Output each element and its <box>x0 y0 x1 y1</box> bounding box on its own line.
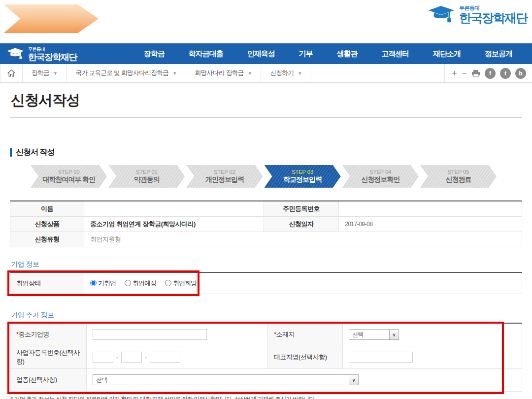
chevron-down-icon: ▼ <box>248 71 252 76</box>
rrn-label: 주민등록번호 <box>264 201 339 216</box>
company-extra-title: 기업 추가 정보 <box>11 311 522 320</box>
chevron-down-icon: ▼ <box>53 71 57 76</box>
employment-status-radio-group: 기취업 취업예정 취업희망 <box>90 279 516 288</box>
section-title: 신청서 작성 <box>16 147 54 158</box>
brand-name: 한국장학재단 <box>459 12 527 24</box>
breadcrumb-item-apply[interactable]: 신청하기▼ <box>261 64 311 82</box>
breadcrumb-item-workstudy[interactable]: 국가 교육근로 및 희망사다리장학금▼ <box>66 64 186 82</box>
radio-employment-planned-input[interactable] <box>125 280 131 286</box>
radio-employment-hoped-input[interactable] <box>165 280 171 286</box>
radio-employment-planned[interactable]: 취업예정 <box>125 279 156 288</box>
company-extra-table: *중소기업명 *소재지 선택 ∨ 사업자등록번호(선택사항) -- <box>10 323 522 392</box>
applicant-info-table: 이름 주민등록번호 신청상품 중소기업 취업연계 장학금(희망사다리) 신청일자… <box>10 200 522 247</box>
site-logo[interactable]: 푸른등대 한국장학재단 <box>429 4 527 25</box>
industry-label: 업종(선택사항) <box>10 368 87 391</box>
section-accent-bar <box>10 148 12 157</box>
ceo-name-label: 대표자명(선택사항) <box>268 346 343 368</box>
nav-item-disclosure[interactable]: 정보공개 <box>485 49 512 59</box>
business-number-label: 사업자등록번호(선택사항) <box>10 346 87 368</box>
step-05: STEP 05 신청완료 <box>420 165 497 188</box>
product-value: 중소기업 취업연계 장학금(희망사다리) <box>84 216 264 232</box>
nav-item-dormitory[interactable]: 생활관 <box>336 49 357 59</box>
graduation-cap-icon <box>7 47 25 61</box>
table-row: 신청상품 중소기업 취업연계 장학금(희망사다리) 신청일자 2017-09-0… <box>10 216 522 232</box>
brand-name: 한국장학재단 <box>28 53 77 62</box>
location-label: *소재지 <box>268 323 343 346</box>
brand-tagline: 푸른등대 <box>28 46 77 53</box>
business-number-group: -- <box>93 352 262 363</box>
type-label: 신청유형 <box>10 232 84 247</box>
breadcrumb: 장학금▼ 국가 교육근로 및 희망사다리장학금▼ 희망사다리 장학금▼ 신청하기… <box>0 64 532 83</box>
date-label: 신청일자 <box>264 216 339 232</box>
ceo-name-input[interactable] <box>349 352 413 363</box>
step-00: STEP 00 대학참여여부 확인 <box>31 165 107 188</box>
rrn-value <box>339 201 522 216</box>
page-title: 신청서작성 <box>11 91 522 110</box>
employment-status-table: 취업상태 기취업 취업예정 취업희망 <box>10 272 522 295</box>
step-02: STEP 02 개인정보입력 <box>186 165 263 188</box>
table-row: 이름 주민등록번호 <box>10 201 522 216</box>
step-04: STEP 04 신청정보확인 <box>342 165 419 188</box>
breadcrumb-item-hope-ladder[interactable]: 희망사다리 장학금▼ <box>186 64 261 82</box>
chevron-down-icon: ∨ <box>389 330 399 339</box>
breadcrumb-item-scholarship[interactable]: 장학금▼ <box>23 64 66 82</box>
radio-employed[interactable]: 기취업 <box>90 279 116 288</box>
industry-select[interactable]: 선택 ∨ <box>93 374 359 385</box>
main-navigation: 푸른등대 한국장학재단 장학금 학자금대출 인재육성 기부 생활관 고객센터 재… <box>0 43 532 64</box>
twitter-icon[interactable]: t <box>500 68 511 79</box>
extra-info-note: * 기업 추가 정보는 신청 집단의 진로탐색 의지 확인 및 대학 자체 선발… <box>11 396 522 399</box>
employment-status-label: 취업상태 <box>10 272 84 294</box>
table-row: *중소기업명 *소재지 선택 ∨ <box>10 323 522 346</box>
company-info-title: 기업 정보 <box>11 260 522 269</box>
top-banner: 푸른등대 한국장학재단 <box>0 0 532 43</box>
promo-arrow-banner <box>4 4 99 33</box>
type-value: 취업지원형 <box>84 232 522 247</box>
divider <box>10 117 522 118</box>
section-header: 신청서 작성 <box>10 147 522 158</box>
radio-employed-input[interactable] <box>90 280 97 286</box>
table-row: 취업상태 기취업 취업예정 취업희망 <box>10 272 522 294</box>
product-label: 신청상품 <box>10 216 84 232</box>
nav-menu: 장학금 학자금대출 인재육성 기부 생활관 고객센터 재단소개 정보공개 <box>134 49 525 59</box>
nav-item-scholarship[interactable]: 장학금 <box>144 49 165 59</box>
nav-item-customer-center[interactable]: 고객센터 <box>381 49 409 59</box>
table-row: 신청유형 취업지원형 <box>10 232 522 247</box>
print-icon[interactable] <box>471 69 480 77</box>
table-row: 업종(선택사항) 선택 ∨ <box>10 368 522 391</box>
chevron-down-icon: ∨ <box>349 375 358 385</box>
chevron-down-icon: ▼ <box>172 71 176 76</box>
company-name-label: *중소기업명 <box>10 323 87 346</box>
radio-employment-hoped[interactable]: 취업희망 <box>165 279 197 288</box>
graduation-cap-icon <box>429 4 455 25</box>
font-zoom-out-button[interactable]: − <box>462 68 467 78</box>
nav-item-donation[interactable]: 기부 <box>299 49 313 59</box>
company-name-input[interactable] <box>93 329 207 340</box>
step-01: STEP 01 약관동의 <box>108 165 185 188</box>
nav-item-loans[interactable]: 학자금대출 <box>189 49 223 59</box>
name-value <box>84 201 264 216</box>
nav-item-talent[interactable]: 인재육성 <box>247 49 275 59</box>
chevron-down-icon: ▼ <box>298 71 301 76</box>
nav-item-about[interactable]: 재단소개 <box>433 49 461 59</box>
business-number-input-2[interactable] <box>121 352 142 363</box>
step-progress: STEP 00 대학참여여부 확인 STEP 01 약관동의 STEP 02 개… <box>31 165 497 188</box>
blog-icon[interactable]: b <box>515 68 526 79</box>
home-icon <box>7 69 15 77</box>
date-value: 2017-09-08 <box>339 216 522 232</box>
location-select[interactable]: 선택 ∨ <box>349 329 399 340</box>
font-zoom-in-button[interactable]: + <box>452 68 457 78</box>
nav-logo[interactable]: 푸른등대 한국장학재단 <box>7 46 134 62</box>
home-button[interactable] <box>0 64 23 82</box>
name-label: 이름 <box>10 201 84 216</box>
page-tools: + − f t b <box>444 64 532 82</box>
business-number-input-1[interactable] <box>93 352 113 363</box>
table-row: 사업자등록번호(선택사항) -- 대표자명(선택사항) <box>10 346 522 368</box>
facebook-icon[interactable]: f <box>485 68 496 79</box>
step-03-active: STEP 03 학교정보입력 <box>265 165 341 188</box>
business-number-input-3[interactable] <box>150 352 180 363</box>
